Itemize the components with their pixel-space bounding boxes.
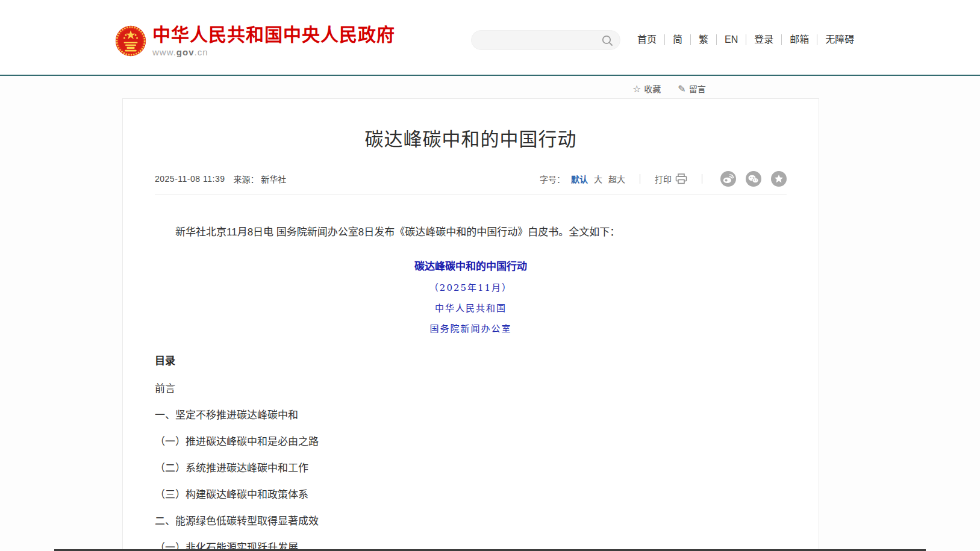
- site-title: 中华人民共和国中央人民政府: [152, 25, 395, 45]
- article-title: 碳达峰碳中和的中国行动: [155, 124, 787, 151]
- favorite-button[interactable]: ☆ 收藏: [632, 82, 661, 95]
- top-nav-item[interactable]: 首页: [629, 34, 665, 45]
- meta-divider: [640, 174, 640, 184]
- national-emblem-icon: [115, 24, 146, 58]
- site-brand[interactable]: 中华人民共和国中央人民政府 www.gov.cn: [115, 24, 395, 58]
- top-nav-item[interactable]: 登录: [746, 34, 782, 45]
- meta-rule: [155, 194, 787, 195]
- toc-list: 前言一、坚定不移推进碳达峰碳中和（一）推进碳达峰碳中和是必由之路（二）系统推进碳…: [155, 384, 787, 551]
- article-card: 碳达峰碳中和的中国行动 2025-11-08 11:39 来源： 新华社 字号：…: [122, 98, 819, 551]
- page: 中华人民共和国中央人民政府 www.gov.cn 首页简繁EN登录邮箱无障碍 ☆…: [0, 0, 980, 551]
- font-size-xlarge-button[interactable]: 超大: [608, 173, 625, 185]
- top-nav: 首页简繁EN登录邮箱无障碍: [629, 34, 862, 45]
- doc-author-line1: 中华人民共和国: [155, 301, 787, 314]
- search-input[interactable]: [481, 31, 596, 49]
- comment-label: 留言: [689, 82, 706, 95]
- wechat-share-icon[interactable]: [746, 171, 761, 187]
- top-nav-list: 首页简繁EN登录邮箱无障碍: [629, 34, 862, 45]
- favorite-label: 收藏: [644, 82, 661, 95]
- star-outline-icon: ☆: [632, 83, 641, 95]
- publish-date: 2025-11-08 11:39: [155, 174, 225, 184]
- article-meta: 2025-11-08 11:39 来源： 新华社 字号： 默认 大 超大 打印: [155, 171, 787, 187]
- font-size-large-button[interactable]: 大: [594, 173, 602, 185]
- print-label: 打印: [655, 173, 672, 185]
- toc-item: 前言: [155, 384, 787, 394]
- site-header: 中华人民共和国中央人民政府 www.gov.cn 首页简繁EN登录邮箱无障碍: [0, 0, 980, 75]
- toc-heading: 目录: [155, 352, 787, 367]
- weibo-share-icon[interactable]: [720, 171, 736, 187]
- toc-item: 二、能源绿色低碳转型取得显著成效: [155, 516, 787, 526]
- quick-actions: ☆ 收藏 ✎ 留言: [632, 82, 706, 95]
- toc-item: （一）推进碳达峰碳中和是必由之路: [155, 437, 787, 447]
- top-nav-item[interactable]: EN: [717, 34, 746, 45]
- search-icon[interactable]: [602, 35, 613, 46]
- article-body: 新华社北京11月8日电 国务院新闻办公室8日发布《碳达峰碳中和的中国行动》白皮书…: [155, 223, 787, 551]
- doc-date: （2025年11月）: [155, 281, 787, 293]
- comment-button[interactable]: ✎ 留言: [678, 82, 705, 95]
- pencil-icon: ✎: [678, 83, 685, 95]
- doc-author-line2: 国务院新闻办公室: [155, 322, 787, 334]
- article-meta-right: 字号： 默认 大 超大 打印: [540, 171, 787, 187]
- printer-icon: [675, 173, 687, 184]
- toc-item: 一、坚定不移推进碳达峰碳中和: [155, 410, 787, 420]
- top-nav-item[interactable]: 邮箱: [782, 34, 817, 45]
- star-share-icon[interactable]: [771, 171, 787, 187]
- article-meta-left: 2025-11-08 11:39 来源： 新华社: [155, 173, 286, 185]
- site-url: www.gov.cn: [152, 47, 395, 57]
- toc-item: （三）构建碳达峰碳中和政策体系: [155, 490, 787, 500]
- font-size-label: 字号：: [540, 173, 565, 185]
- top-nav-item[interactable]: 简: [665, 34, 691, 45]
- doc-title: 碳达峰碳中和的中国行动: [155, 258, 787, 273]
- meta-divider: [702, 174, 702, 184]
- font-size-default-button[interactable]: 默认: [571, 173, 588, 185]
- toc-item: （二）系统推进碳达峰碳中和工作: [155, 463, 787, 473]
- print-button[interactable]: 打印: [655, 173, 687, 185]
- search-box[interactable]: [471, 30, 620, 50]
- top-nav-item[interactable]: 无障碍: [817, 34, 862, 45]
- top-nav-item[interactable]: 繁: [691, 34, 717, 45]
- source: 来源： 新华社: [233, 173, 286, 185]
- content-area: ☆ 收藏 ✎ 留言 碳达峰碳中和的中国行动 2025-11-08 11:39 来…: [0, 76, 980, 551]
- lead-paragraph: 新华社北京11月8日电 国务院新闻办公室8日发布《碳达峰碳中和的中国行动》白皮书…: [155, 223, 787, 241]
